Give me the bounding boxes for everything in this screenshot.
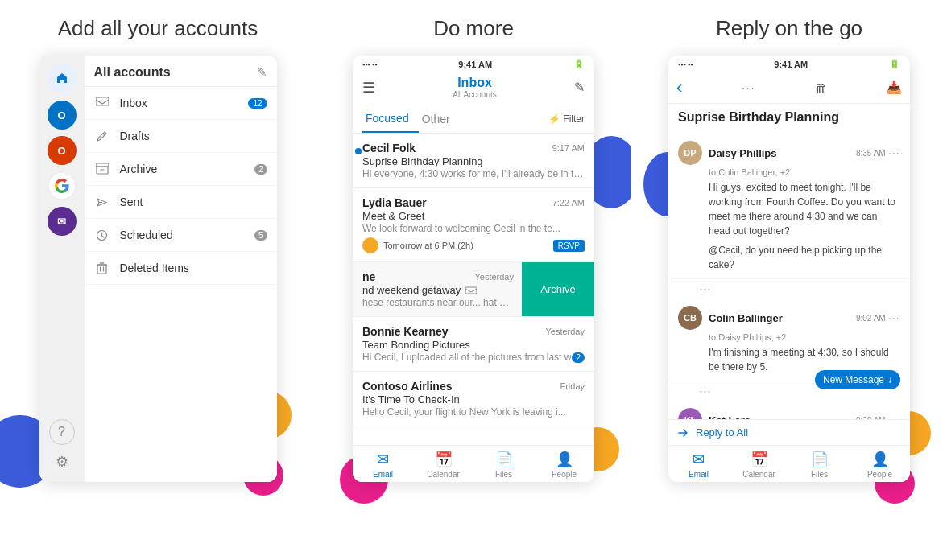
filter-icon: ⚡: [548, 113, 560, 125]
email-header-5: Contoso Airlines Friday: [362, 380, 585, 393]
help-icon[interactable]: ?: [49, 419, 75, 445]
event-text: Tomorrow at 6 PM (2h): [383, 241, 548, 250]
email-item-5[interactable]: Contoso Airlines Friday It's Time To Che…: [353, 372, 594, 426]
svg-rect-11: [465, 287, 477, 294]
purple-account-icon[interactable]: ✉: [48, 207, 77, 236]
nav-email-2[interactable]: ✉ Email: [353, 451, 413, 479]
email-item-1[interactable]: Cecil Folk 9:17 AM Suprise Birthday Plan…: [353, 134, 594, 188]
inbox-subtitle: All Accounts: [453, 90, 496, 99]
archive-label: Archive: [540, 283, 575, 295]
google-account-icon[interactable]: [48, 171, 77, 200]
nav-calendar-3[interactable]: 📅 Calendar: [729, 451, 789, 479]
main-container: Add all your accounts O: [0, 0, 947, 560]
email-header-3: ne Yesterday: [362, 270, 514, 283]
msg-sender-info-3: KL Kat Lars: [678, 408, 856, 419]
email-subject-5: It's Time To Check-In: [362, 393, 585, 406]
sidebar-item-scheduled[interactable]: Scheduled 5: [85, 219, 277, 252]
back-button[interactable]: ‹: [676, 77, 682, 98]
sidebar-item-inbox[interactable]: Inbox 12: [85, 87, 277, 120]
email-preview-1: Hi everyone, 4:30 works for me, I'll alr…: [362, 168, 585, 179]
msg-more-2[interactable]: ···: [889, 314, 900, 323]
status-bar-3: ▪▪▪ ▪▪ 9:41 AM 🔋: [668, 56, 910, 72]
phone-mockup-3: ▪▪▪ ▪▪ 9:41 AM 🔋 ‹ ··· 🗑 📥 Suprise Birth…: [668, 56, 910, 482]
settings-icon[interactable]: ⚙: [56, 453, 68, 471]
drafts-label: Drafts: [120, 130, 267, 142]
calendar-nav-icon-3: 📅: [751, 451, 768, 468]
trash-icon: [94, 260, 110, 276]
msg-sender-info-1: DP Daisy Phillips: [678, 141, 856, 165]
inbox-tabs: Focused Other ⚡ Filter: [353, 105, 594, 134]
files-nav-icon-2: 📄: [495, 451, 513, 468]
message-2[interactable]: CB Colin Ballinger 9:02 AM ···: [668, 299, 910, 381]
email-time-3: Yesterday: [474, 272, 514, 282]
msg-sender-name-1: Daisy Phillips: [709, 147, 777, 159]
email-header-2: Lydia Bauer 7:22 AM: [362, 196, 585, 209]
column-add-accounts: Add all your accounts O: [0, 0, 316, 560]
tab-other[interactable]: Other: [419, 106, 460, 132]
delete-icon-3[interactable]: 🗑: [815, 81, 827, 95]
sidebar-item-drafts[interactable]: Drafts: [85, 120, 277, 153]
rsvp-button[interactable]: RSVP: [553, 240, 585, 252]
status-time-3: 9:41 AM: [774, 60, 808, 69]
email-preview-2: We look forward to welcoming Cecil in th…: [362, 223, 585, 234]
archive-swipe-action[interactable]: Archive: [522, 262, 594, 316]
email-sender-4: Bonnie Kearney: [362, 325, 449, 338]
message-1[interactable]: DP Daisy Phillips 8:35 AM ···: [668, 134, 910, 279]
nav-people-2[interactable]: 👤 People: [534, 451, 594, 479]
msg-sender-row-3: KL Kat Lars 9:28 AM ···: [678, 408, 900, 419]
msg-to-2: to Daisy Phillips, +2: [678, 332, 900, 342]
email-subject-1: Suprise Birthday Planning: [362, 155, 585, 167]
deleted-items-label: Deleted Items: [120, 261, 267, 274]
reply-bar[interactable]: Reply to All: [668, 419, 910, 445]
msg-text-1b: @Cecil, do you need help picking up the …: [678, 243, 900, 272]
avatar-daisy: DP: [678, 141, 702, 165]
status-bar-2: ▪▪▪ ▪▪ 9:41 AM 🔋: [353, 56, 594, 72]
tab-focused[interactable]: Focused: [362, 105, 419, 133]
all-accounts-title: All accounts: [94, 65, 171, 80]
office-account-icon[interactable]: O: [48, 136, 77, 165]
home-icon[interactable]: [48, 64, 77, 93]
msg-more-1[interactable]: ···: [889, 149, 900, 158]
email-sender-2: Lydia Bauer: [362, 196, 427, 209]
email-badge-4: 2: [572, 352, 585, 363]
bottom-nav-2: ✉ Email 📅 Calendar 📄 Files 👤: [353, 445, 594, 482]
people-nav-icon-2: 👤: [556, 451, 573, 468]
email-subject-2: Meet & Greet: [362, 210, 585, 222]
sidebar-item-deleted[interactable]: Deleted Items: [85, 252, 277, 285]
message-3[interactable]: KL Kat Lars 9:28 AM ··· to: [668, 401, 910, 419]
nav-email-3[interactable]: ✉ Email: [668, 451, 729, 479]
sidebar-item-sent[interactable]: Sent: [85, 186, 277, 219]
compose-icon[interactable]: ✎: [257, 65, 267, 80]
nav-calendar-2[interactable]: 📅 Calendar: [413, 451, 474, 479]
svg-rect-1: [96, 163, 109, 167]
inbox-header-center: Inbox All Accounts: [453, 76, 496, 99]
inbox-title: Inbox: [453, 76, 496, 90]
filter-button[interactable]: ⚡ Filter: [548, 113, 585, 125]
sidebar-item-archive[interactable]: Archive 2: [85, 153, 277, 186]
more-actions-icon[interactable]: ···: [742, 81, 756, 94]
nav-people-3[interactable]: 👤 People: [850, 451, 910, 479]
inbox-badge: 12: [248, 98, 267, 109]
inbox-icon: [94, 95, 110, 111]
phone-mockup-1: O O: [39, 56, 277, 482]
archive-icon-3[interactable]: 📥: [887, 80, 902, 95]
sidebar-main: All accounts ✎ Inbox: [85, 56, 277, 482]
inbox-header: ☰ Inbox All Accounts ✎: [353, 72, 594, 105]
email-list: Cecil Folk 9:17 AM Suprise Birthday Plan…: [353, 134, 594, 445]
email-item-3[interactable]: ne Yesterday nd weekend getaway hese res…: [353, 262, 594, 317]
email-header-1: Cecil Folk 9:17 AM: [362, 142, 585, 154]
outlook-account-icon[interactable]: O: [48, 101, 77, 130]
event-icon: [362, 237, 378, 253]
clock-icon: [94, 227, 110, 243]
email-item-2[interactable]: Lydia Bauer 7:22 AM Meet & Greet We look…: [353, 188, 594, 262]
new-message-banner[interactable]: New Message ↓: [815, 370, 900, 389]
email-time-1: 9:17 AM: [552, 143, 585, 153]
email-item-4[interactable]: Bonnie Kearney Yesterday Team Bonding Pi…: [353, 317, 594, 372]
hamburger-icon[interactable]: ☰: [362, 79, 375, 97]
phone-mockup-2: ▪▪▪ ▪▪ 9:41 AM 🔋 ☰ Inbox All Accounts ✎: [353, 56, 594, 482]
compose-icon-2[interactable]: ✎: [574, 80, 585, 95]
calendar-nav-icon-2: 📅: [435, 451, 453, 468]
nav-files-2[interactable]: 📄 Files: [474, 451, 534, 479]
nav-files-3[interactable]: 📄 Files: [789, 451, 850, 479]
people-nav-icon-3: 👤: [871, 451, 889, 468]
